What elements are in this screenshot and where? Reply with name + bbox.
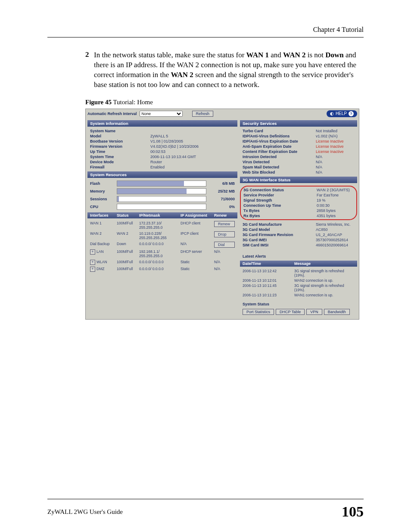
help-icon: ◐ — [330, 111, 334, 116]
resource-meter — [117, 196, 206, 202]
resource-row: Memory25/32 MB — [87, 187, 237, 195]
wan3g-row: 3G Card ModelAC850 — [240, 227, 357, 232]
sysinfo-row: Firmware VersionV4.02(XD.0)b2 | 10/23/20… — [87, 144, 237, 149]
expand-icon[interactable]: + — [90, 267, 95, 272]
wan3g-row: Rx Bytes4351 bytes — [241, 213, 356, 218]
sysinfo-row: Device ModeRouter — [87, 159, 237, 165]
wan3g-row: SIM Card IMSI466015020069614 — [240, 243, 357, 248]
refresh-button[interactable]: Refresh — [192, 111, 214, 117]
security-row: Turbo CardNot Installed — [240, 128, 357, 134]
system-status-button[interactable]: Bandwidth — [324, 309, 350, 315]
sysinfo-row: System Time2006-11-13 10:13:44 GMT — [87, 154, 237, 159]
screenshot-topbar: Automatic Refresh Interval None Refresh … — [86, 109, 359, 118]
resource-row: Flash6/8 MB — [87, 180, 237, 187]
sysinfo-row: ModelZyWALL 5 — [87, 134, 237, 139]
interface-row: +WLAN100M/Full0.0.0.0/ 0.0.0.0StaticN/A — [87, 259, 237, 266]
interface-row: +LAN100M/Full192.168.1.1/ 255.255.255.0D… — [87, 249, 237, 259]
sysinfo-row: Up Time00:02:53 — [87, 149, 237, 154]
security-row: IDP/Anti-Virus Expiration DateLicense In… — [240, 139, 357, 144]
wan3g-row: 3G Card IMEI357307000252814 — [240, 237, 357, 243]
interface-row: WAN 1100M/Full172.23.37.10/ 255.255.255.… — [87, 220, 237, 230]
system-status-label: System Status — [240, 299, 357, 307]
resource-row: CPU0% — [87, 203, 237, 211]
alerts-header: Date/Time Message — [240, 261, 357, 267]
wan3g-row: 3G Card ManufactureSierra Wireless, Inc. — [240, 222, 357, 227]
refresh-interval-label: Automatic Refresh Interval — [87, 112, 137, 116]
expand-icon[interactable]: + — [90, 260, 95, 265]
security-row: Content Filter Expiration DateLicense In… — [240, 149, 357, 154]
system-resources-body: Flash6/8 MBMemory25/32 MBSessions71/6000… — [87, 180, 237, 211]
right-column: Security Services Turbo CardNot Installe… — [240, 120, 357, 317]
sysinfo-row: FirewallEnabled — [87, 165, 237, 170]
refresh-interval-select[interactable]: None — [140, 111, 183, 117]
security-row: Virus DetectedN/A — [240, 159, 357, 165]
wan3g-row: Connection Up Time0:00:30 — [241, 203, 356, 208]
wan3g-header: 3G WAN Interface Status — [240, 177, 357, 183]
security-row: Intrusion DetectedN/A — [240, 154, 357, 159]
expand-icon[interactable]: + — [90, 249, 95, 255]
interface-row: WAN 2WAN 210.119.0.228/ 255.255.255.255I… — [87, 230, 237, 241]
figure-caption: Figure 45 Tutorial: Home — [85, 99, 364, 106]
header-rule — [47, 37, 364, 37]
alert-row: 2006-11-13 10:12:01WAN2 connection is up… — [240, 278, 357, 283]
wan3g-row: 3G Connection StatusWAN 2 (3G/UMTS) — [241, 187, 356, 193]
system-status-buttons: Port StatisticsDHCP TableVPNBandwidth — [240, 309, 357, 317]
step-number: 2 — [85, 50, 94, 59]
wan3g-row: Signal Strength19 % — [241, 198, 356, 203]
wan3g-highlight: 3G Connection StatusWAN 2 (3G/UMTS)Servi… — [240, 186, 357, 220]
interfaces-body: WAN 1100M/Full172.23.37.10/ 255.255.255.… — [87, 220, 237, 273]
system-status-button[interactable]: DHCP Table — [276, 309, 305, 315]
resource-meter — [117, 204, 206, 210]
left-column: System Information System NameModelZyWAL… — [87, 120, 237, 273]
screenshot-panel: Automatic Refresh Interval None Refresh … — [85, 109, 359, 320]
chapter-label: Chapter 4 Tutorial — [47, 26, 364, 34]
interface-row: +DMZ100M/Full0.0.0.0/ 0.0.0.0StaticN/A — [87, 266, 237, 273]
step-text: In the network status table, make sure t… — [94, 50, 364, 90]
alert-row: 2006-11-13 10:11:23WAN1 connection is up… — [240, 292, 357, 298]
sysinfo-row: Bootbase VersionV1.08 | 01/28/2005 — [87, 139, 237, 144]
wan3g-body: 3G Card ManufactureSierra Wireless, Inc.… — [240, 222, 357, 248]
security-row: Web Site BlockedN/A — [240, 170, 357, 175]
step-2: 2 In the network status table, make sure… — [85, 50, 364, 90]
interface-row: Dial BackupDown0.0.0.0/ 0.0.0.0N/ADial — [87, 241, 237, 249]
interface-action-button[interactable]: Renew — [214, 221, 235, 227]
alerts-body: 2006-11-13 10:12:423G signal strength is… — [240, 268, 357, 298]
question-icon: ? — [349, 111, 354, 116]
system-resources-header: System Resources — [87, 171, 237, 178]
sysinfo-row: System Name — [87, 128, 237, 134]
latest-alerts-label: Latest Alerts — [240, 254, 357, 259]
system-status-button[interactable]: VPN — [306, 309, 322, 315]
page-footer: ZyWALL 2WG User's Guide 105 — [47, 499, 364, 520]
interfaces-header: Interfaces Status IP/Netmask IP Assignme… — [87, 212, 237, 218]
footer-page-number: 105 — [342, 504, 364, 520]
alert-row: 2006-11-13 10:11:453G signal strength is… — [240, 283, 357, 292]
security-row: Anti-Spam Expiration DateLicense Inactiv… — [240, 144, 357, 149]
system-information-header: System Information — [87, 120, 237, 127]
security-row: IDP/Anti-Virus Definitionsv1.002 (N/A) — [240, 134, 357, 139]
resource-meter — [117, 180, 206, 187]
resource-meter — [117, 188, 206, 194]
wan3g-row: Service ProviderFar EasTone — [241, 193, 356, 198]
system-information-body: System NameModelZyWALL 5Bootbase Version… — [87, 128, 237, 170]
alert-row: 2006-11-13 10:12:423G signal strength is… — [240, 268, 357, 278]
interface-action-button[interactable]: Dial — [214, 242, 235, 248]
wan3g-row: 3G Card Firmware RevisionU1_2_40ACAP — [240, 232, 357, 237]
interface-action-button[interactable]: Drop — [214, 231, 235, 237]
help-button[interactable]: ◐ HELP ? — [327, 110, 357, 117]
footer-rule — [47, 499, 364, 499]
footer-guide-name: ZyWALL 2WG User's Guide — [47, 508, 123, 516]
system-status-button[interactable]: Port Statistics — [243, 309, 274, 315]
wan3g-row: Tx Bytes2858 bytes — [241, 208, 356, 213]
resource-row: Sessions71/6000 — [87, 195, 237, 203]
security-services-header: Security Services — [240, 120, 357, 127]
security-row: Spam Mail DetectedN/A — [240, 165, 357, 170]
security-services-body: Turbo CardNot InstalledIDP/Anti-Virus De… — [240, 128, 357, 175]
